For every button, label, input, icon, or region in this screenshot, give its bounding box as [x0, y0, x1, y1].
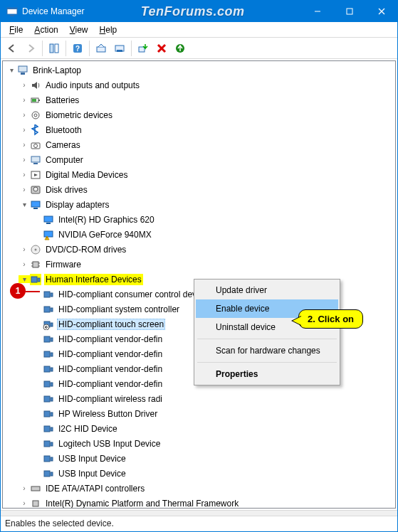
svg-rect-66: [44, 426, 50, 432]
hid-dev-icon: [43, 408, 54, 420]
svg-point-23: [32, 112, 39, 119]
ctx-separator: [197, 362, 337, 363]
tree-item-display[interactable]: ▾Display adapters: [3, 197, 395, 212]
svg-rect-65: [51, 413, 53, 416]
tree-item-biometric[interactable]: ›Biometric devices: [3, 107, 395, 122]
maximize-button[interactable]: [333, 1, 365, 22]
svg-rect-56: [44, 351, 50, 357]
hid-dev-icon: [43, 423, 54, 435]
help-button[interactable]: ?: [69, 40, 86, 57]
tree-item-logitech-usb[interactable]: Logitech USB Input Device: [3, 436, 395, 451]
svg-rect-55: [51, 338, 53, 341]
tree-item-cameras[interactable]: ›Cameras: [3, 137, 395, 152]
svg-rect-58: [44, 366, 50, 372]
tree-item-intel-platform[interactable]: ›Intel(R) Dynamic Platform and Thermal F…: [3, 496, 395, 509]
svg-rect-7: [50, 44, 53, 53]
annotation-badge-1: 1: [10, 283, 26, 299]
svg-rect-34: [44, 216, 53, 222]
svg-point-24: [34, 114, 37, 117]
hid-dev-icon: [43, 393, 54, 405]
hid-dev-icon: [43, 453, 54, 464]
ctx-scan-hardware[interactable]: Scan for hardware changes: [196, 341, 338, 360]
scan-hardware-button[interactable]: [93, 40, 110, 57]
svg-rect-59: [51, 368, 53, 371]
tree-item-dvd[interactable]: ›DVD/CD-ROM drives: [3, 242, 395, 257]
tree-item-nvidia-gpu[interactable]: !NVIDIA GeForce 940MX: [3, 227, 395, 242]
menu-action[interactable]: Action: [28, 23, 63, 36]
tree-item-batteries[interactable]: ›Batteries: [3, 92, 395, 107]
svg-text:!: !: [46, 235, 47, 240]
root-node[interactable]: ▾ Brink-Laptop: [3, 63, 395, 78]
refresh-button[interactable]: [172, 40, 189, 57]
svg-rect-47: [44, 292, 50, 297]
svg-rect-73: [51, 472, 53, 476]
hid-dev-icon: [43, 289, 54, 300]
audio-icon: [30, 80, 41, 91]
svg-rect-60: [44, 381, 50, 387]
hid-icon: [30, 274, 41, 285]
bluetooth-icon: [30, 124, 41, 136]
statusbar: Enables the selected device.: [1, 516, 397, 531]
tree-item-audio[interactable]: ›Audio inputs and outputs: [3, 78, 395, 92]
tree-item-usb-input2[interactable]: USB Input Device: [3, 466, 395, 481]
svg-rect-69: [51, 442, 53, 446]
menu-help[interactable]: Help: [94, 23, 123, 36]
window-title: Device Manager: [22, 6, 84, 16]
svg-rect-1: [7, 8, 17, 9]
svg-rect-28: [33, 163, 38, 164]
gpu-warning-icon: !: [43, 229, 54, 240]
dvd-icon: [30, 244, 41, 255]
tree-item-diskdrives[interactable]: ›Disk drives: [3, 182, 395, 197]
svg-point-31: [33, 187, 38, 191]
media-icon: [30, 169, 41, 181]
svg-rect-62: [44, 396, 50, 402]
disk-icon: [30, 184, 41, 196]
tree-item-i2c-hid[interactable]: I2C HID Device: [3, 421, 395, 436]
menu-view[interactable]: View: [64, 23, 94, 36]
show-hide-tree-button[interactable]: [46, 40, 63, 57]
ctx-update-driver[interactable]: Update driver: [196, 281, 338, 299]
annotation-badge-2: 2. Click on: [298, 309, 363, 329]
svg-rect-75: [33, 501, 38, 506]
update-driver-button[interactable]: [111, 40, 128, 57]
svg-rect-2: [10, 15, 14, 16]
tree-item-hid-wireless[interactable]: HID-compliant wireless radi: [3, 391, 395, 406]
svg-point-39: [35, 248, 37, 250]
forward-button[interactable]: [22, 40, 39, 57]
hid-dev-icon: [43, 378, 54, 390]
svg-rect-71: [51, 457, 53, 461]
svg-rect-45: [31, 277, 37, 282]
svg-rect-4: [347, 9, 352, 14]
svg-rect-49: [44, 307, 50, 312]
tree-item-firmware[interactable]: ›Firmware: [3, 257, 395, 272]
svg-rect-50: [51, 308, 53, 312]
enable-device-button[interactable]: [135, 40, 152, 57]
tree-item-computer[interactable]: ›Computer: [3, 152, 395, 167]
uninstall-device-button[interactable]: [153, 40, 170, 57]
svg-rect-67: [51, 427, 53, 431]
tree-item-ide[interactable]: ›IDE ATA/ATAPI controllers: [3, 481, 395, 496]
back-button[interactable]: [4, 40, 21, 57]
tree-item-hp-wireless-button[interactable]: HP Wireless Button Driver: [3, 406, 395, 421]
hid-dev-icon: [43, 438, 54, 449]
ctx-properties[interactable]: Properties: [196, 365, 338, 383]
annotation-line-1: [26, 291, 40, 292]
hid-disabled-icon: [43, 319, 54, 330]
biometric-icon: [30, 110, 41, 121]
tree-item-dmd[interactable]: ›Digital Media Devices: [3, 167, 395, 182]
statusbar-divider: [1, 510, 397, 516]
hid-dev-icon: [43, 468, 54, 479]
expand-icon[interactable]: ▾: [6, 66, 17, 74]
svg-rect-46: [38, 278, 40, 282]
hid-dev-icon: [43, 304, 54, 315]
tree-item-intel-gpu[interactable]: Intel(R) HD Graphics 620: [3, 212, 395, 227]
tree-item-bluetooth[interactable]: ›Bluetooth: [3, 122, 395, 137]
svg-rect-57: [51, 353, 53, 356]
svg-rect-33: [33, 208, 38, 209]
close-button[interactable]: [365, 1, 397, 22]
ctx-separator: [197, 339, 337, 339]
minimize-button[interactable]: [301, 1, 333, 22]
menu-file[interactable]: File: [4, 23, 28, 36]
watermark-text: TenForums.com: [84, 4, 301, 19]
tree-item-usb-input1[interactable]: USB Input Device: [3, 451, 395, 466]
